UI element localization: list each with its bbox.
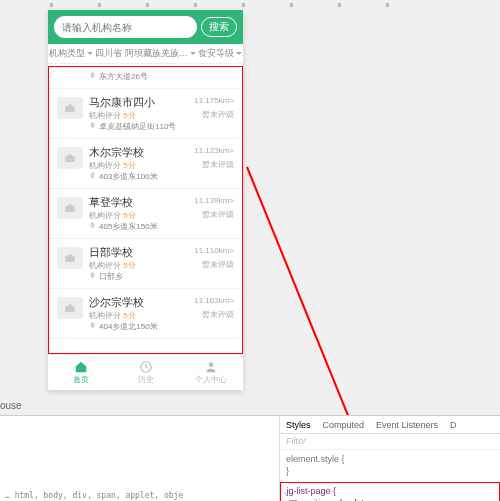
filter-row: 机构类型 四川省 阿坝藏族羌族… 食安等级 — [48, 44, 243, 64]
search-input[interactable] — [54, 16, 197, 38]
item-distance: 11.123km> — [194, 146, 234, 155]
search-button[interactable]: 搜索 — [201, 17, 237, 37]
item-address: 东方大道26号 — [99, 71, 148, 82]
nav-profile[interactable]: 个人中心 — [178, 355, 243, 390]
school-icon — [57, 97, 83, 119]
item-distance: 11.139km> — [194, 196, 234, 205]
item-address: 403乡道东100米 — [89, 171, 234, 182]
filter-type[interactable]: 机构类型 — [49, 47, 93, 60]
filter-region[interactable]: 四川省 阿坝藏族羌族… — [95, 47, 196, 60]
svg-rect-2 — [69, 209, 71, 213]
item-rating: 暂未评级 — [202, 109, 234, 120]
item-distance: 11.110km> — [194, 246, 234, 255]
nav-home[interactable]: 首页 — [48, 355, 113, 390]
tab-styles[interactable]: Styles — [286, 420, 311, 430]
item-address: 卓克基镇纳足街110号 — [89, 121, 234, 132]
item-distance: 11.175km> — [194, 96, 234, 105]
list-item[interactable]: 草登学校机构评分 5分405乡道东150米11.139km>暂未评级 — [49, 189, 242, 239]
filter-safety[interactable]: 食安等级 — [198, 47, 242, 60]
styles-rule-element[interactable]: element.style { } — [280, 450, 500, 480]
item-address: 405乡道东150米 — [89, 221, 234, 232]
svg-rect-0 — [69, 109, 71, 113]
tab-computed[interactable]: Computed — [323, 420, 365, 430]
svg-line-7 — [247, 167, 360, 445]
location-icon — [89, 72, 96, 81]
list-item[interactable]: 木尔宗学校机构评分 5分403乡道东100米11.123km>暂未评级 — [49, 139, 242, 189]
item-rating: 暂未评级 — [202, 209, 234, 220]
svg-rect-4 — [69, 309, 71, 313]
history-icon — [139, 360, 153, 374]
search-bar: 搜索 — [48, 10, 243, 44]
school-icon — [57, 197, 83, 219]
panel-label-truncated: ouse — [0, 400, 22, 411]
devtools-styles-pane: Styles Computed Event Listeners D Filter… — [280, 416, 500, 501]
school-icon — [57, 297, 83, 319]
item-distance: 11.163km> — [194, 296, 234, 305]
chevron-down-icon — [236, 52, 242, 55]
list-item[interactable]: 沙尔宗学校机构评分 5分404乡道北150米11.163km>暂未评级 — [49, 289, 242, 339]
svg-rect-3 — [69, 259, 71, 263]
chevron-down-icon — [190, 52, 196, 55]
nav-history[interactable]: 历史 — [113, 355, 178, 390]
list-item[interactable]: 马尔康市四小机构评分 5分卓克基镇纳足街110号11.175km>暂未评级 — [49, 89, 242, 139]
ruler-ticks — [0, 3, 500, 7]
devtools-elements-pane[interactable]: … html, body, div, span, applet, obje — [0, 416, 280, 501]
devtools-panel: … html, body, div, span, applet, obje St… — [0, 415, 500, 501]
devtools-tabs: Styles Computed Event Listeners D — [280, 416, 500, 434]
list-page[interactable]: 东方大道26号 马尔康市四小机构评分 5分卓克基镇纳足街110号11.175km… — [48, 66, 243, 354]
styles-rule-jg-list-page[interactable]: .jg-list-page { position: absolute; top:… — [280, 482, 500, 501]
tab-event-listeners[interactable]: Event Listeners — [376, 420, 438, 430]
list-item[interactable]: 东方大道26号 — [49, 67, 242, 89]
chevron-down-icon — [87, 52, 93, 55]
svg-rect-1 — [69, 159, 71, 163]
item-rating: 暂未评级 — [202, 309, 234, 320]
tab-dom-breakpoints[interactable]: D — [450, 420, 457, 430]
item-address: 日部乡 — [89, 271, 234, 282]
mobile-preview: 搜索 机构类型 四川省 阿坝藏族羌族… 食安等级 东方大道26号 马尔康市四小机… — [48, 10, 243, 390]
bottom-nav: 首页 历史 个人中心 — [48, 354, 243, 390]
home-icon — [74, 360, 88, 374]
styles-filter-input[interactable]: Filter — [280, 434, 500, 450]
school-icon — [57, 147, 83, 169]
svg-point-6 — [208, 362, 213, 367]
item-rating: 暂未评级 — [202, 159, 234, 170]
school-icon — [57, 247, 83, 269]
list-item[interactable]: 日部学校机构评分 5分日部乡11.110km>暂未评级 — [49, 239, 242, 289]
dom-breadcrumb[interactable]: … html, body, div, span, applet, obje — [5, 491, 183, 500]
item-rating: 暂未评级 — [202, 259, 234, 270]
user-icon — [204, 360, 218, 374]
item-address: 404乡道北150米 — [89, 321, 234, 332]
